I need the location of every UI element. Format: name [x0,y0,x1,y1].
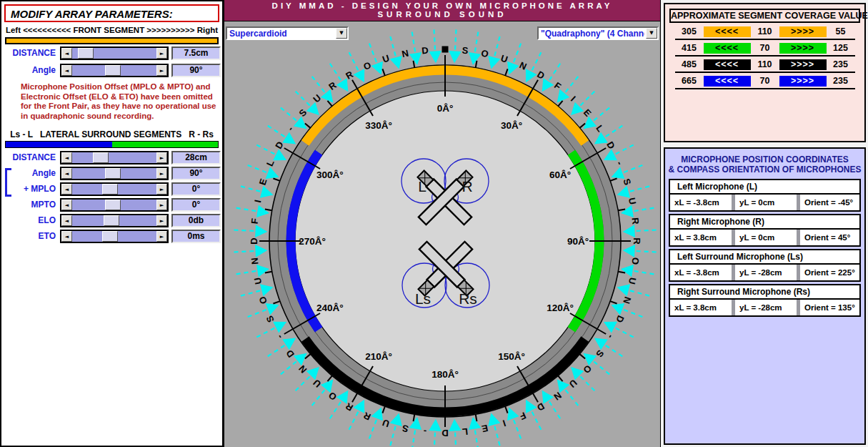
slider-track[interactable] [72,215,156,226]
left-surround-color [6,142,112,147]
slider-eto[interactable]: ◄► [60,230,169,243]
slider-label: DISTANCE [1,48,56,58]
flow-arrow-head [611,167,624,178]
coverage-row-cells: 415<<<<70>>>>125 [675,43,855,57]
slider-decrement-button[interactable]: ◄ [61,184,72,195]
slider-value: 90° [171,64,221,77]
channels-dropdown[interactable]: "Quadraphony" (4 Channels ▼ [537,26,659,40]
slider-row-distance: DISTANCE◄►7.5cm [1,46,222,61]
flow-arrow-line [513,44,521,65]
slider-increment-button[interactable]: ► [156,152,167,163]
slider-track[interactable] [72,200,156,210]
flow-arrow-head [256,205,269,217]
slider-thumb[interactable] [93,152,109,163]
slider-track[interactable] [72,152,156,163]
ring-letter: D [249,237,259,244]
flow-arrow-head [542,78,554,92]
slider-distance[interactable]: ◄► [60,151,169,164]
flow-arrow-line [369,44,377,65]
slider-decrement-button[interactable]: ◄ [61,152,72,163]
slider-track[interactable] [72,168,156,179]
coverage-left-limit: 415 [675,43,704,54]
chevron-down-icon[interactable]: ▼ [336,28,347,39]
flow-arrow-head [594,338,608,350]
slider-angle[interactable]: ◄► [60,167,169,180]
coverage-right-arrows: >>>> [779,76,827,87]
slider-decrement-button[interactable]: ◄ [61,65,72,76]
flow-arrow-line [592,360,609,374]
flow-arrow-line [234,251,256,252]
flow-arrow-line [281,360,299,374]
slider-decrement-button[interactable]: ◄ [61,168,72,179]
flow-arrow-line [248,309,269,317]
slider-elo[interactable]: ◄► [60,214,169,227]
slider-decrement-button[interactable]: ◄ [61,200,72,210]
slider-thumb[interactable] [102,184,118,195]
polar-pattern-dropdown[interactable]: Supercardioid ▼ [226,26,349,40]
flow-arrow-line [256,327,277,338]
chevron-down-icon[interactable]: ▼ [646,28,657,39]
slider-label: ETO [1,231,56,241]
slider-distance[interactable]: ◄► [60,46,169,60]
slider-decrement-button[interactable]: ◄ [61,48,72,59]
coverage-table: 305<<<<110>>>>55415<<<<70>>>>125485<<<<1… [665,26,864,92]
slider-increment-button[interactable]: ► [156,65,167,76]
mic-section-label: Left Surround Microphone (Ls) [669,249,861,265]
slider-thumb[interactable] [105,168,121,179]
slider-increment-button[interactable]: ► [156,48,167,59]
degree-label: 270Â° [299,236,326,247]
slider-track[interactable] [72,65,156,76]
modify-parameters-panel: MODIFY ARRAY PARAMETERS: Left <<<<<<<<<<… [0,0,224,447]
flow-arrow-head [371,62,382,75]
flow-arrow-line [312,388,326,406]
slider-increment-button[interactable]: ► [156,168,167,179]
slider-track[interactable] [72,48,156,59]
slider-increment-button[interactable]: ► [156,231,167,242]
flow-arrow-line [627,186,649,192]
slider-value: 0° [171,182,221,196]
slider-track[interactable] [72,231,156,242]
flow-arrow-head [273,322,286,333]
slider-decrement-button[interactable]: ◄ [61,215,72,226]
slider-thumb[interactable] [78,48,94,59]
ring-letter: S [621,177,633,187]
slider-track[interactable] [72,184,156,195]
degree-label: 210Â° [365,351,392,362]
slider-thumb[interactable] [105,200,121,210]
slider-thumb[interactable] [104,215,119,226]
slider-decrement-button[interactable]: ◄ [61,231,72,242]
coverage-right-arrows: >>>> [779,43,827,54]
slider-increment-button[interactable]: ► [156,215,167,226]
ring-letter: - [614,159,625,167]
flow-arrow-head [621,205,634,217]
flow-arrow-line [241,186,263,192]
slider-row--mplo: + MPLO◄►0° [1,182,222,197]
flow-arrow-head [282,132,296,144]
slider-value: 28cm [171,151,221,164]
coverage-right-limit: 55 [827,26,855,37]
ring-letter: U [627,277,639,285]
minor-tick [273,301,279,303]
coverage-right-limit: 235 [827,59,855,70]
slider--mplo[interactable]: ◄► [60,182,169,196]
slider-increment-button[interactable]: ► [156,200,167,210]
slider-row-mpto: MPTO◄►0° [1,198,222,212]
slider-angle[interactable]: ◄► [60,64,169,77]
flow-arrow-head [611,303,624,315]
coverage-row-cells: 665<<<<70>>>>235 [675,76,855,89]
ring-letter: D [442,428,448,438]
ring-letter: R [632,237,642,245]
mic-coordinates-table: Left Microphone (L)xL = -3.8cmyL = 0cmOr… [669,179,861,319]
flow-arrow-line [234,230,256,232]
degree-label: 0Â° [437,103,454,114]
slider-mpto[interactable]: ◄► [60,198,169,212]
flow-arrow-head [390,413,402,427]
slider-thumb[interactable] [105,65,121,76]
mic-y-coordinate: yL = 0cm [735,230,797,245]
slider-thumb[interactable] [102,231,118,242]
slider-label: ELO [1,215,56,225]
ring-letter: D [421,45,429,57]
slider-increment-button[interactable]: ► [156,184,167,195]
flow-arrow-head [266,167,279,178]
north-marker [442,46,449,53]
